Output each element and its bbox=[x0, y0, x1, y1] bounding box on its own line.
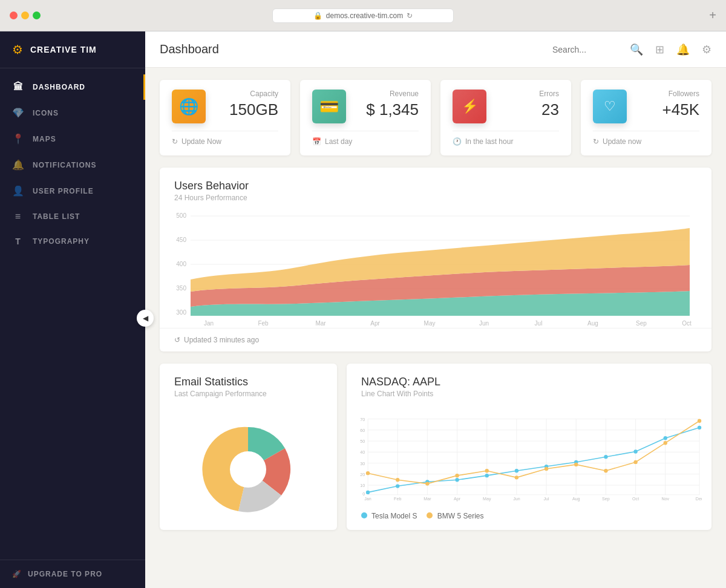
svg-point-50 bbox=[396, 484, 399, 488]
svg-text:Apr: Apr bbox=[454, 497, 461, 501]
sidebar-item-notifications[interactable]: 🔔 NOTIFICATIONS bbox=[0, 152, 145, 178]
stat-top-revenue: 💳 Revenue $ 1,345 bbox=[312, 90, 419, 123]
email-stats-panel: Email Statistics Last Campaign Performan… bbox=[160, 364, 337, 530]
svg-point-60 bbox=[698, 426, 701, 430]
capacity-value: 150GB bbox=[215, 100, 278, 119]
refresh-icon: ↺ bbox=[174, 336, 180, 344]
svg-text:70: 70 bbox=[360, 417, 365, 422]
svg-text:Jul: Jul bbox=[535, 320, 543, 327]
stat-info-revenue: Revenue $ 1,345 bbox=[356, 90, 419, 119]
svg-text:Apr: Apr bbox=[370, 320, 380, 327]
stat-top-capacity: 🌐 Capacity 150GB bbox=[172, 90, 278, 123]
sidebar-item-table-list[interactable]: ≡ TABLE LIST bbox=[0, 204, 145, 229]
nasdaq-legend: Tesla Model S BMW 5 Series bbox=[347, 512, 711, 530]
errors-footer-icon: 🕐 bbox=[453, 137, 462, 146]
svg-text:450: 450 bbox=[176, 237, 186, 243]
sidebar-item-user-profile[interactable]: 👤 USER PROFILE bbox=[0, 178, 145, 204]
dashboard-icon: 🏛 bbox=[12, 82, 24, 93]
svg-text:May: May bbox=[483, 497, 491, 501]
svg-point-68 bbox=[574, 463, 578, 466]
errors-label: Errors bbox=[496, 90, 559, 98]
svg-point-53 bbox=[485, 474, 489, 477]
followers-icon-wrap: ♡ bbox=[593, 90, 627, 123]
svg-text:Nov: Nov bbox=[661, 497, 669, 501]
svg-point-71 bbox=[664, 441, 667, 445]
bmw-legend-dot: BMW 5 Series bbox=[427, 512, 483, 520]
stat-info-followers: Followers +45K bbox=[636, 90, 699, 119]
dot-red[interactable] bbox=[10, 11, 18, 19]
gear-icon[interactable]: ⚙ bbox=[702, 43, 711, 56]
svg-text:Jan: Jan bbox=[364, 497, 371, 501]
errors-footer: 🕐 In the last hour bbox=[453, 131, 559, 146]
svg-point-63 bbox=[425, 482, 429, 485]
sidebar-item-label-typography: TYPOGRAPHY bbox=[33, 237, 90, 246]
user-profile-icon: 👤 bbox=[12, 185, 24, 197]
users-behavior-footer-text: Updated 3 minutes ago bbox=[184, 336, 259, 344]
bmw-legend-label: BMW 5 Series bbox=[437, 512, 484, 520]
dot-yellow[interactable] bbox=[21, 11, 29, 19]
stats-row: 🌐 Capacity 150GB ↻ Update Now bbox=[160, 80, 711, 155]
search-input[interactable] bbox=[552, 45, 625, 54]
svg-text:50: 50 bbox=[360, 439, 365, 444]
capacity-icon: 🌐 bbox=[179, 97, 198, 116]
sidebar: ⚙ CREATIVE TIM ◀ 🏛 DASHBOARD 💎 ICONS 📍 M… bbox=[0, 31, 145, 588]
table-list-icon: ≡ bbox=[12, 211, 24, 222]
stat-card-revenue: 💳 Revenue $ 1,345 📅 Last day bbox=[300, 80, 431, 155]
revenue-icon-wrap: 💳 bbox=[312, 90, 346, 123]
svg-point-52 bbox=[455, 478, 459, 482]
upgrade-label: UPGRADE TO PRO bbox=[28, 570, 102, 578]
upgrade-button[interactable]: 🚀 UPGRADE TO PRO bbox=[12, 570, 133, 578]
main-content: Dashboard 🔍 ⊞ 🔔 ⚙ 🌐 bbox=[145, 31, 726, 588]
svg-text:Feb: Feb bbox=[258, 320, 269, 327]
add-tab-button[interactable]: + bbox=[709, 8, 716, 22]
sidebar-collapse-button[interactable]: ◀ bbox=[137, 310, 154, 327]
svg-text:Aug: Aug bbox=[587, 320, 598, 327]
stat-top-followers: ♡ Followers +45K bbox=[593, 90, 699, 123]
users-behavior-footer: ↺ Updated 3 minutes ago bbox=[160, 328, 711, 351]
sidebar-item-label-maps: MAPS bbox=[33, 135, 56, 143]
page-title: Dashboard bbox=[160, 42, 219, 56]
revenue-label: Revenue bbox=[356, 90, 419, 98]
sidebar-item-icons[interactable]: 💎 ICONS bbox=[0, 100, 145, 126]
users-behavior-header: Users Behavior 24 Hours Performance bbox=[160, 168, 711, 207]
sidebar-item-label-icons: ICONS bbox=[33, 109, 59, 117]
svg-text:Jun: Jun bbox=[479, 320, 489, 327]
address-bar[interactable]: 🔒 demos.creative-tim.com ↻ bbox=[272, 8, 454, 23]
icons-icon: 💎 bbox=[12, 107, 24, 119]
svg-text:350: 350 bbox=[176, 285, 186, 292]
svg-text:Oct: Oct bbox=[632, 497, 639, 501]
users-behavior-panel: Users Behavior 24 Hours Performance 500 … bbox=[160, 168, 711, 351]
grid-icon[interactable]: ⊞ bbox=[655, 43, 664, 56]
bell-icon[interactable]: 🔔 bbox=[676, 43, 690, 56]
stat-info-capacity: Capacity 150GB bbox=[215, 90, 278, 119]
capacity-footer-text: Update Now bbox=[182, 137, 221, 146]
typography-icon: T bbox=[12, 237, 24, 246]
followers-footer-text: Update now bbox=[603, 137, 641, 146]
svg-text:20: 20 bbox=[360, 472, 365, 477]
header-right: 🔍 ⊞ 🔔 ⚙ bbox=[552, 43, 711, 56]
followers-label: Followers bbox=[636, 90, 699, 98]
url-text: demos.creative-tim.com bbox=[326, 11, 403, 20]
sidebar-item-maps[interactable]: 📍 MAPS bbox=[0, 126, 145, 152]
svg-point-54 bbox=[515, 469, 518, 472]
reload-icon: ↻ bbox=[407, 11, 413, 20]
errors-value: 23 bbox=[496, 100, 559, 119]
stat-top-errors: ⚡ Errors 23 bbox=[453, 90, 559, 123]
email-stats-title: Email Statistics bbox=[174, 376, 322, 388]
header: Dashboard 🔍 ⊞ 🔔 ⚙ bbox=[145, 31, 726, 68]
nasdaq-title: NASDAQ: AAPL bbox=[361, 376, 697, 388]
svg-point-58 bbox=[633, 449, 637, 453]
followers-footer: ↻ Update now bbox=[593, 131, 699, 146]
sidebar-bottom: 🚀 UPGRADE TO PRO bbox=[0, 560, 145, 588]
dot-green[interactable] bbox=[33, 11, 41, 19]
upgrade-icon: 🚀 bbox=[12, 570, 22, 578]
search-icon[interactable]: 🔍 bbox=[630, 43, 643, 56]
svg-text:500: 500 bbox=[176, 212, 186, 219]
followers-footer-icon: ↻ bbox=[593, 137, 599, 146]
users-behavior-title: Users Behavior bbox=[174, 180, 697, 192]
svg-point-49 bbox=[366, 491, 370, 494]
sidebar-item-dashboard[interactable]: 🏛 DASHBOARD bbox=[0, 74, 145, 100]
svg-text:300: 300 bbox=[176, 309, 186, 316]
sidebar-item-typography[interactable]: T TYPOGRAPHY bbox=[0, 229, 145, 253]
email-stats-header: Email Statistics Last Campaign Performan… bbox=[160, 364, 337, 403]
